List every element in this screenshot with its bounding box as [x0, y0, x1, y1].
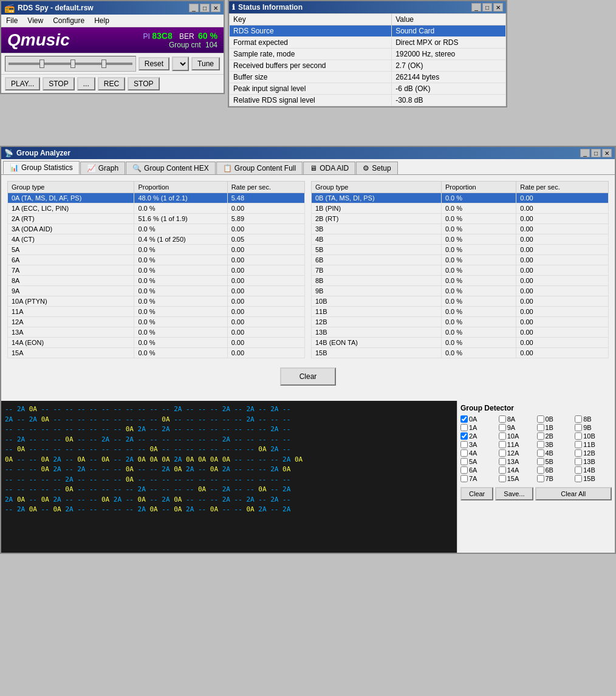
detector-checkbox-14B[interactable] [575, 466, 582, 474]
detector-clear-button[interactable]: Clear [460, 487, 493, 500]
stop1-button[interactable]: STOP [43, 77, 74, 90]
detector-checkbox-5A[interactable] [460, 458, 468, 465]
table-row[interactable]: 12B0.0 %0.00 [312, 317, 609, 327]
analyzer-minimize-button[interactable]: _ [580, 149, 590, 157]
table-row[interactable]: 13A0.0 %0.00 [8, 327, 305, 338]
rec-button[interactable]: REC [98, 77, 125, 90]
tab-content-hex[interactable]: 🔍 Group Content HEX [126, 162, 216, 174]
status-table-row[interactable]: Peak input signal level-6 dB (OK) [230, 83, 506, 95]
table-row[interactable]: 1A (ECC, LIC, PIN)0.0 %0.00 [8, 203, 305, 214]
detector-checkbox-2A[interactable] [460, 432, 468, 440]
rds-close-button[interactable]: ✕ [211, 4, 221, 12]
detector-checkbox-0B[interactable] [537, 415, 544, 423]
detector-checkbox-10B[interactable] [575, 432, 582, 440]
status-table-row[interactable]: Relative RDS signal level-30.8 dB [230, 95, 506, 106]
table-row[interactable]: 9B0.0 %0.00 [312, 286, 609, 296]
analyzer-window-controls[interactable]: _ □ ✕ [580, 149, 612, 157]
detector-checkbox-11B[interactable] [575, 441, 582, 448]
analyzer-maximize-button[interactable]: □ [591, 149, 601, 157]
detector-checkbox-13B[interactable] [575, 458, 582, 465]
table-row[interactable]: 13B0.0 %0.00 [312, 327, 609, 338]
stop2-button[interactable]: STOP [128, 77, 159, 90]
table-row[interactable]: 15B0.0 %0.00 [312, 348, 609, 358]
detector-checkbox-15A[interactable] [499, 475, 506, 482]
tab-graph[interactable]: 📈 Graph [80, 162, 125, 174]
detector-checkbox-6B[interactable] [537, 466, 544, 474]
status-maximize-button[interactable]: □ [482, 3, 492, 12]
table-row[interactable]: 3B0.0 %0.00 [312, 224, 609, 234]
tune-button[interactable]: Tune [191, 57, 220, 70]
detector-checkbox-0A[interactable] [460, 415, 468, 423]
status-minimize-button[interactable]: _ [471, 3, 481, 12]
detector-checkbox-13A[interactable] [499, 458, 506, 465]
play-button[interactable]: PLAY... [5, 77, 40, 90]
detector-checkbox-7B[interactable] [537, 475, 544, 482]
detector-checkbox-15B[interactable] [575, 475, 582, 482]
detector-checkbox-4B[interactable] [537, 449, 544, 457]
table-row[interactable]: 12A0.0 %0.00 [8, 317, 305, 327]
menu-view[interactable]: View [26, 16, 45, 26]
table-row[interactable]: 11B0.0 %0.00 [312, 307, 609, 317]
table-row[interactable]: 2A (RT)51.6 % (1 of 1.9)5.89 [8, 214, 305, 224]
table-row[interactable]: 11A0.0 %0.00 [8, 307, 305, 317]
table-row[interactable]: 6A0.0 %0.00 [8, 255, 305, 265]
tab-content-full[interactable]: 📋 Group Content Full [216, 162, 303, 174]
detector-checkbox-8A[interactable] [499, 415, 506, 423]
status-table-row[interactable]: Buffer size262144 bytes [230, 72, 506, 83]
status-window-controls[interactable]: _ □ ✕ [471, 3, 503, 12]
tab-setup[interactable]: ⚙ Setup [356, 162, 397, 174]
detector-checkbox-8B[interactable] [575, 415, 582, 423]
detector-checkbox-7A[interactable] [460, 475, 468, 482]
table-row[interactable]: 9A0.0 %0.00 [8, 286, 305, 296]
slider-area[interactable] [5, 56, 136, 72]
detector-checkbox-1A[interactable] [460, 424, 468, 431]
menu-help[interactable]: Help [92, 16, 111, 26]
detector-save-button[interactable]: Save... [495, 487, 533, 500]
detector-checkbox-2B[interactable] [537, 432, 544, 440]
table-row[interactable]: 15A0.0 %0.00 [8, 348, 305, 358]
rds-maximize-button[interactable]: □ [200, 4, 210, 12]
status-table-row[interactable]: Received buffers per second2.7 (OK) [230, 60, 506, 72]
detector-checkbox-1B[interactable] [537, 424, 544, 431]
detector-checkbox-5B[interactable] [537, 458, 544, 465]
table-row[interactable]: 6B0.0 %0.00 [312, 255, 609, 265]
detector-checkbox-14A[interactable] [499, 466, 506, 474]
status-close-button[interactable]: ✕ [493, 3, 503, 12]
detector-checkbox-3B[interactable] [537, 441, 544, 448]
status-table-row[interactable]: Format expectedDirect MPX or RDS [230, 37, 506, 49]
status-table-row[interactable]: RDS SourceSound Card [230, 26, 506, 37]
table-row[interactable]: 10A (PTYN)0.0 %0.00 [8, 296, 305, 307]
detector-checkbox-4A[interactable] [460, 449, 468, 457]
table-row[interactable]: 5A0.0 %0.00 [8, 245, 305, 255]
table-row[interactable]: 14A (EON)0.0 %0.00 [8, 338, 305, 348]
menu-file[interactable]: File [4, 16, 19, 26]
detector-checkbox-12A[interactable] [499, 449, 506, 457]
menu-configure[interactable]: Configure [51, 16, 86, 26]
clear-button[interactable]: Clear [280, 367, 337, 386]
detector-checkbox-9B[interactable] [575, 424, 582, 431]
table-row[interactable]: 3A (ODA AID)0.0 %0.00 [8, 224, 305, 234]
table-row[interactable]: 14B (EON TA)0.0 %0.00 [312, 338, 609, 348]
analyzer-close-button[interactable]: ✕ [602, 149, 612, 157]
table-row[interactable]: 8A0.0 %0.00 [8, 276, 305, 286]
detector-checkbox-3A[interactable] [460, 441, 468, 448]
detector-checkbox-6A[interactable] [460, 466, 468, 474]
table-row[interactable]: 4A (CT)0.4 % (1 of 250)0.05 [8, 234, 305, 245]
table-row[interactable]: 10B0.0 %0.00 [312, 296, 609, 307]
table-row[interactable]: 2B (RT)0.0 %0.00 [312, 214, 609, 224]
dots-button[interactable]: ... [77, 77, 95, 90]
table-row[interactable]: 4B0.0 %0.00 [312, 234, 609, 245]
table-row[interactable]: 7B0.0 %0.00 [312, 265, 609, 276]
detector-clear-all-button[interactable]: Clear All [535, 487, 612, 500]
rds-minimize-button[interactable]: _ [189, 4, 199, 12]
table-row[interactable]: 0A (TA, MS, DI, AF, PS)48.0 % (1 of 2.1)… [8, 193, 305, 203]
tab-oda-aid[interactable]: 🖥 ODA AID [303, 162, 355, 174]
table-row[interactable]: 7A0.0 %0.00 [8, 265, 305, 276]
tune-dropdown[interactable] [172, 56, 189, 71]
detector-checkbox-10A[interactable] [499, 432, 506, 440]
table-row[interactable]: 8B0.0 %0.00 [312, 276, 609, 286]
detector-checkbox-12B[interactable] [575, 449, 582, 457]
table-row[interactable]: 0B (TA, MS, DI, PS)0.0 %0.00 [312, 193, 609, 203]
table-row[interactable]: 5B0.0 %0.00 [312, 245, 609, 255]
rds-window-controls[interactable]: _ □ ✕ [189, 4, 221, 12]
